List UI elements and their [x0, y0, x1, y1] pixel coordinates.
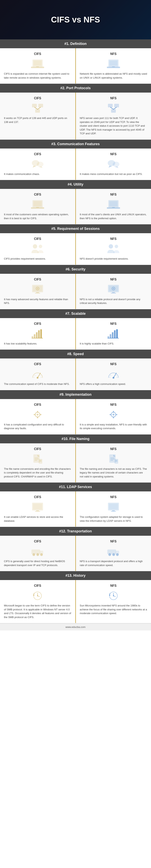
nfs-label-12: NFS: [80, 540, 147, 543]
cifs-text-11: It can enable LDAP services to store and…: [4, 515, 71, 523]
cifs-cell-13: CIFS Microsoft began to use the term CIF…: [0, 580, 76, 623]
nfs-cell-7: NFS It is highly scalable than CIFS.: [76, 318, 151, 350]
cifs-text-3: It makes communication chaos.: [4, 172, 71, 176]
cifs-text-1: CIFS is expanded as common internet file…: [4, 72, 71, 80]
cifs-text-13: Microsoft began to use the term CIFS to …: [4, 604, 71, 619]
nfs-label-6: NFS: [80, 278, 147, 281]
svg-rect-15: [111, 109, 116, 113]
nfs-label-10: NFS: [80, 447, 147, 451]
nfs-text-10: The file naming and characters is not as…: [80, 467, 147, 478]
svg-rect-78: [116, 414, 117, 415]
svg-rect-70: [37, 411, 38, 412]
cifs-cell-3: CIFS It makes communication chaos.: [0, 149, 76, 180]
svg-line-16: [110, 107, 113, 109]
nfs-icon-13: [107, 590, 120, 602]
section-header-8: #8. Speed: [0, 350, 151, 359]
nfs-icon-11: [107, 501, 120, 513]
section-header-12: #12. Transportation: [0, 527, 151, 536]
cifs-label-9: CIFS: [4, 403, 71, 406]
svg-rect-1: [33, 60, 42, 66]
nfs-text-7: It is highly scalable than CIFS.: [80, 342, 147, 346]
nfs-cell-12: NFS NFS is a transport dependent protoco…: [76, 536, 151, 571]
nfs-label-8: NFS: [80, 363, 147, 366]
nfs-cell-8: NFS NFS offers a high communication spee…: [76, 359, 151, 390]
svg-rect-102: [32, 550, 40, 554]
svg-line-17: [113, 107, 117, 109]
svg-rect-31: [109, 201, 118, 207]
svg-rect-8: [32, 104, 37, 107]
svg-point-109: [109, 554, 111, 556]
svg-marker-121: [109, 594, 111, 596]
svg-point-20: [37, 162, 43, 167]
cifs-cell-7: CIFS It has low scalability features.: [0, 318, 76, 350]
svg-rect-60: [116, 329, 118, 338]
nfs-text-3: It makes mess communication but not as p…: [80, 172, 147, 176]
svg-rect-54: [40, 329, 42, 338]
section-row-10: CIFS The file name conversions and encod…: [0, 443, 151, 483]
svg-rect-57: [110, 334, 111, 338]
cifs-text-8: The communication speed of CIFS is moder…: [4, 382, 71, 386]
cifs-text-10: The file name conversions and encoding t…: [4, 467, 71, 478]
cifs-cell-11: CIFS It can enable LDAP services to stor…: [0, 491, 76, 527]
section-row-7: CIFS It has low scalability features. NF…: [0, 318, 151, 350]
nfs-cell-4: NFS It most of the user's clients are UN…: [76, 189, 151, 224]
cifs-icon-6: [31, 284, 44, 296]
nfs-text-13: Sun Microsystems invented NFS around the…: [80, 604, 147, 615]
svg-point-105: [37, 554, 39, 556]
svg-point-64: [37, 377, 38, 378]
cifs-icon-9: [31, 409, 44, 421]
svg-rect-9: [39, 104, 43, 107]
svg-point-115: [37, 595, 38, 596]
cifs-label-2: CIFS: [4, 96, 71, 100]
nfs-text-9: It is a simple and easy installation, NF…: [80, 423, 147, 430]
cifs-text-6: It has many advanced security features a…: [4, 298, 71, 305]
svg-rect-48: [112, 292, 115, 293]
cifs-icon-5: [31, 243, 44, 255]
section-row-3: CIFS It makes communication chaos. NFS I…: [0, 149, 151, 180]
nfs-icon-7: [107, 328, 120, 340]
svg-point-120: [113, 595, 114, 596]
cifs-cell-6: CIFS It has many advanced security featu…: [0, 274, 76, 309]
section-header-11: #11. LDAP Services: [0, 483, 151, 491]
nfs-label-2: NFS: [80, 96, 147, 100]
section-header-5: #5. Requirement of Sessions: [0, 224, 151, 233]
nfs-icon-1: [107, 58, 120, 70]
section-header-10: #10. File Naming: [0, 434, 151, 443]
section-row-2: CIFS It works on TCP ports of 139 and 44…: [0, 93, 151, 140]
cifs-cell-2: CIFS It works on TCP ports of 139 and 44…: [0, 93, 76, 140]
nfs-text-12: NFS is a transport dependent protocol an…: [80, 559, 147, 567]
nfs-label-13: NFS: [80, 584, 147, 588]
section-row-11: CIFS It can enable LDAP services to stor…: [0, 491, 151, 527]
svg-rect-14: [114, 104, 119, 107]
nfs-cell-3: NFS It makes mess communication but not …: [76, 149, 151, 180]
nfs-text-6: NFS is not a reliable protocol and doesn…: [80, 298, 147, 305]
cifs-cell-5: CIFS CIFS provides requirement sessions.: [0, 233, 76, 265]
nfs-text-4: It most of the user's clients are UNIX a…: [80, 213, 147, 220]
cifs-icon-1: [31, 58, 44, 70]
nfs-text-8: NFS offers a high communication speed.: [80, 382, 147, 386]
svg-rect-59: [114, 330, 116, 338]
sections-container: #1. Definition CIFS CIFS is expanded as …: [0, 39, 151, 623]
cifs-text-5: CIFS provides requirement sessions.: [4, 257, 71, 261]
nfs-cell-6: NFS NFS is not a reliable protocol and d…: [76, 274, 151, 309]
section-header-13: #13. History: [0, 571, 151, 580]
nfs-label-11: NFS: [80, 495, 147, 499]
cifs-text-12: CIFS is generally used for direct hostin…: [4, 559, 71, 567]
cifs-label-6: CIFS: [4, 278, 71, 281]
svg-rect-107: [108, 550, 116, 554]
nfs-label-4: NFS: [80, 193, 147, 196]
cifs-label-11: CIFS: [4, 495, 71, 499]
cifs-icon-10: [31, 453, 44, 465]
nfs-text-11: The configuration system adapted for sto…: [80, 515, 147, 523]
svg-point-34: [33, 244, 37, 248]
cifs-label-10: CIFS: [4, 447, 71, 451]
nfs-icon-5: [107, 243, 120, 255]
cifs-icon-8: [31, 368, 44, 380]
nfs-text-2: NFS server uses port 111 for both TCP an…: [80, 116, 147, 135]
svg-rect-43: [35, 293, 40, 293]
svg-rect-5: [109, 60, 118, 66]
svg-rect-10: [35, 109, 40, 113]
cifs-icon-12: [31, 546, 44, 557]
nfs-icon-2: [107, 102, 120, 114]
cifs-cell-9: CIFS It has a complicated configuration …: [0, 399, 76, 434]
